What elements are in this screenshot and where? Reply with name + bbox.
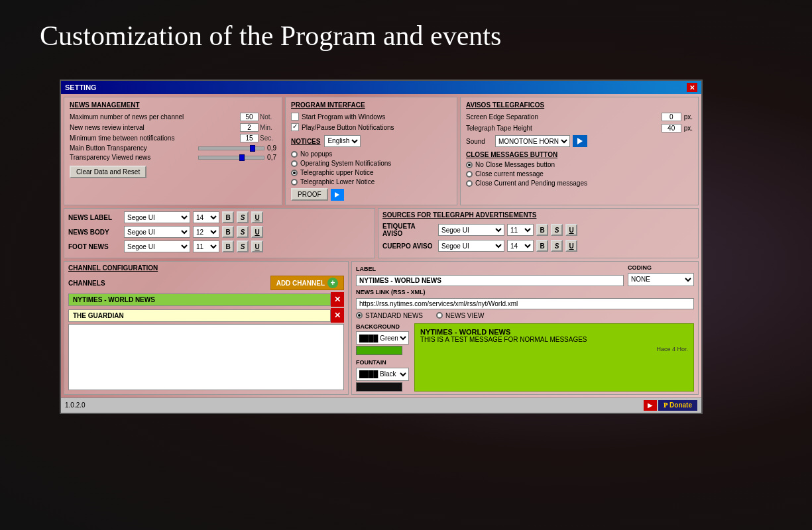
font-size-news-body[interactable]: 12: [193, 226, 219, 238]
start-program-label: Start Program with Windows: [302, 113, 385, 121]
slider-track-1[interactable]: [198, 156, 264, 160]
channel-delete-0[interactable]: ✕: [331, 292, 344, 307]
bottom-section: CHANNEL CONFIGURATION CHANNELS ADD CHANN…: [64, 261, 699, 395]
bold-btn-etiqueta[interactable]: B: [536, 224, 548, 236]
italic-btn-news-body[interactable]: S: [237, 226, 249, 238]
news-view-option: NEWS VIEW: [436, 312, 484, 319]
slider-track-0[interactable]: [198, 146, 264, 150]
underline-btn-news-label[interactable]: U: [251, 211, 263, 223]
news-field-label-2: Minimum time between notifications: [70, 134, 240, 142]
play-triangle-icon: [335, 192, 339, 197]
news-link-input[interactable]: [356, 298, 694, 309]
radio-row-2: Telegraphic upper Notice: [291, 169, 451, 176]
donate-button[interactable]: 𝐏 Donate: [658, 400, 697, 411]
slider-thumb-1[interactable]: [239, 154, 245, 161]
channel-list-empty: [68, 324, 344, 390]
radio-no-popups[interactable]: [291, 151, 298, 158]
underline-btn-etiqueta[interactable]: U: [565, 224, 577, 236]
font-label-news: NEWS LABEL: [68, 214, 121, 221]
sound-label: Sound: [466, 138, 493, 145]
font-size-etiqueta[interactable]: 11: [507, 224, 534, 236]
background-label: BACKGROUND: [356, 323, 409, 330]
font-select-foot-news[interactable]: Segoe UI: [124, 240, 190, 252]
radio-label-1: Operating System Notifications: [300, 160, 391, 167]
news-view-radio[interactable]: [436, 312, 443, 319]
font-select-news-body[interactable]: Segoe UI: [124, 226, 190, 238]
middle-section: NEWS LABEL Segoe UI 14 B S U NEWS BODY S…: [64, 208, 699, 258]
radio-telegraphic-lower[interactable]: [291, 179, 298, 186]
italic-btn-foot-news[interactable]: S: [237, 240, 249, 252]
italic-btn-news-label[interactable]: S: [237, 211, 249, 223]
font-select-news-label[interactable]: Segoe UI: [124, 211, 190, 223]
font-select-cuerpo[interactable]: Segoe UI: [438, 240, 504, 252]
settings-body: NEWS MANAGEMENT Maximum number of news p…: [61, 94, 701, 398]
standard-news-option: STANDARD NEWS: [356, 312, 423, 319]
close-current-label: Close current message: [475, 170, 544, 178]
checkbox-row-0: Start Program with Windows: [291, 113, 451, 121]
notices-header-row: NOTICES English: [291, 134, 451, 148]
radio-telegraphic-upper[interactable]: [291, 170, 298, 176]
channel-name-0[interactable]: NYTIMES - WORLD NEWS: [68, 293, 331, 306]
underline-btn-cuerpo[interactable]: U: [565, 240, 577, 252]
sound-play-button[interactable]: [573, 135, 587, 147]
close-window-button[interactable]: ✕: [687, 83, 697, 92]
radio-os-notif[interactable]: [291, 160, 298, 167]
no-close-radio[interactable]: [466, 162, 473, 168]
add-channel-button[interactable]: ADD CHANNEL +: [270, 276, 344, 290]
youtube-button[interactable]: ▶: [644, 400, 657, 411]
font-row-etiqueta: ETIQUETA AVISO Segoe UI 11 B S U: [382, 223, 694, 237]
news-field-value-0[interactable]: [240, 113, 259, 121]
sound-select[interactable]: MONOTONE HORN: [495, 135, 570, 147]
news-field-row-2: Minimum time between notifications Sec.: [70, 134, 276, 142]
bold-btn-foot-news[interactable]: B: [222, 240, 234, 252]
avisos-title: AVISOS TELEGRAFICOS: [466, 101, 693, 109]
news-field-label-0: Maximum number of news per channel: [70, 113, 240, 121]
slider-value-0: 0,9: [267, 144, 276, 152]
play-pause-checkbox[interactable]: [291, 123, 299, 131]
channel-delete-1[interactable]: ✕: [331, 308, 344, 323]
language-select[interactable]: English: [324, 135, 361, 147]
standard-news-radio[interactable]: [356, 312, 363, 319]
coding-select[interactable]: NONE: [628, 273, 694, 286]
proof-play-button[interactable]: [331, 189, 344, 201]
underline-btn-foot-news[interactable]: U: [251, 240, 263, 252]
close-current-radio[interactable]: [466, 171, 473, 178]
font-select-etiqueta[interactable]: Segoe UI: [438, 224, 504, 236]
fountain-color-select[interactable]: ████ Black: [356, 368, 409, 381]
clear-data-button[interactable]: Clear Data and Reset: [70, 166, 146, 178]
top-section: NEWS MANAGEMENT Maximum number of news p…: [64, 97, 699, 205]
background-color-select[interactable]: ████ Green: [356, 331, 409, 344]
bold-btn-cuerpo[interactable]: B: [536, 240, 548, 252]
font-size-news-label[interactable]: 14: [193, 211, 219, 223]
channel-detail-panel: LABEL CODING NONE NEWS LINK (RSS - XML): [351, 261, 699, 395]
tape-height-unit: px.: [684, 125, 693, 132]
checkbox-row-1: Play/Pause Button Notifications: [291, 123, 451, 131]
italic-btn-etiqueta[interactable]: S: [551, 224, 563, 236]
news-field-unit-2: Sec.: [260, 134, 276, 142]
slider-thumb-0[interactable]: [250, 145, 255, 152]
font-size-cuerpo[interactable]: 14: [507, 240, 534, 252]
news-field-value-1[interactable]: [240, 123, 259, 132]
italic-btn-cuerpo[interactable]: S: [551, 240, 563, 252]
screen-edge-unit: px.: [684, 113, 693, 121]
radio-row-3: Telegraphic Lower Notice: [291, 178, 451, 186]
fountain-label: FOUNTAIN: [356, 359, 409, 366]
underline-btn-news-body[interactable]: U: [251, 226, 263, 238]
proof-button[interactable]: PROOF: [291, 188, 328, 201]
youtube-icon: ▶: [648, 401, 653, 409]
close-pending-radio[interactable]: [466, 180, 473, 187]
channel-name-1[interactable]: THE GUARDIAN: [68, 309, 331, 322]
font-row-cuerpo: CUERPO AVISO Segoe UI 14 B S U: [382, 240, 694, 252]
news-field-value-2[interactable]: [240, 134, 259, 142]
bold-btn-news-body[interactable]: B: [222, 226, 234, 238]
sources-title: SOURCES FOR TELEGRAPH ADVERTISEMENTS: [382, 211, 694, 219]
avisos-field-row-0: Screen Edge Separation px.: [466, 113, 693, 121]
fountain-color-swatch: [356, 382, 402, 392]
label-input[interactable]: [356, 275, 624, 286]
screen-edge-input[interactable]: [662, 113, 681, 121]
start-program-checkbox[interactable]: [291, 113, 299, 121]
tape-height-input[interactable]: [662, 124, 681, 132]
font-size-foot-news[interactable]: 11: [193, 240, 219, 252]
preview-time: Hace 4 Hor.: [420, 346, 688, 352]
bold-btn-news-label[interactable]: B: [222, 211, 234, 223]
